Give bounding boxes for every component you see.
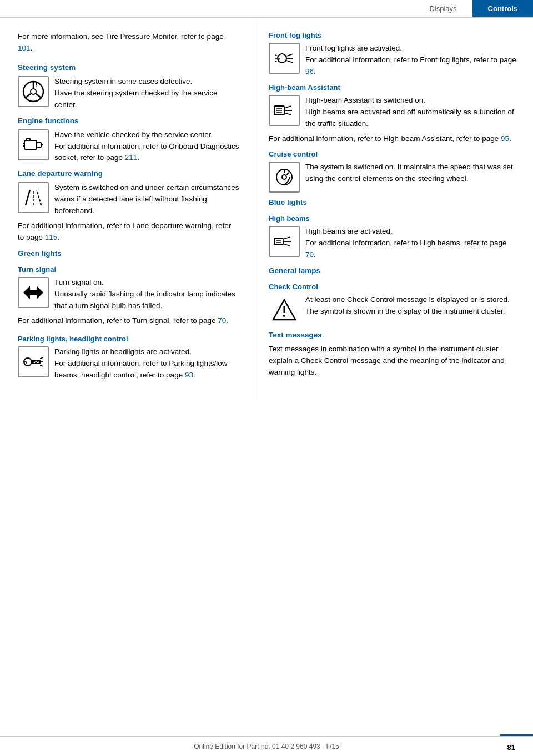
turn-signal-text: Turn signal on. Unusually rapid flashing…	[54, 277, 239, 312]
main-content: For more information, see Tire Pressure …	[0, 18, 533, 400]
parking-lights-icon: D DC	[18, 346, 49, 377]
svg-point-49	[283, 315, 285, 317]
parking-text2: For additional information, refer to Par…	[54, 359, 227, 379]
hb-body1-end: .	[314, 250, 316, 259]
svg-line-42	[283, 237, 290, 239]
svg-marker-15	[23, 286, 43, 299]
svg-text:!: !	[36, 82, 37, 88]
fog-body1-end: .	[314, 67, 316, 75]
hb-body1: For additional information, refer to Hig…	[305, 239, 506, 247]
page-number: 81	[507, 743, 515, 752]
high-beams-text: High beams are activated. For additional…	[305, 226, 517, 261]
high-beam-assistant-text: High-beam Assistant is switched on. High…	[305, 95, 517, 130]
lane-body1-end: .	[57, 233, 59, 241]
svg-line-24	[286, 54, 293, 56]
front-fog-lights-section: Front fog lights Front fog lights are ac…	[269, 31, 517, 78]
check-control-icon	[269, 294, 300, 325]
headlight-control-icon: D DC	[21, 350, 46, 374]
warning-triangle-icon	[272, 298, 296, 322]
high-beams-block: High beams are activated. For additional…	[269, 226, 517, 261]
tab-displays[interactable]: Displays	[414, 0, 472, 17]
parking-lights-heading: Parking lights, headlight control	[18, 335, 239, 343]
parking-lights-block: D DC Parking lights or headlights are ac…	[18, 346, 239, 381]
engine-link[interactable]: 211	[125, 153, 138, 162]
text-messages-section: Text messages Text messages in combinati…	[269, 331, 517, 379]
footer-text: Online Edition for Part no. 01 40 2 960 …	[194, 743, 339, 750]
svg-line-31	[284, 106, 291, 108]
blue-lights-heading: Blue lights	[269, 198, 517, 206]
green-lights-section: Green lights Turn signal Turn signal on.…	[18, 249, 239, 381]
displays-tab-label: Displays	[429, 4, 456, 13]
front-fog-lights-icon	[269, 43, 300, 74]
page-header: Displays Controls	[0, 0, 533, 18]
intro-text: For more information, see Tire Pressure …	[18, 32, 224, 41]
svg-line-26	[286, 61, 293, 63]
lane-departure-body: For additional information, refer to Lan…	[18, 220, 239, 244]
steering-system-block: ! Steering system in some cases defectiv…	[18, 76, 239, 111]
svg-line-40	[286, 173, 289, 175]
steering-wheel-icon: !	[21, 79, 46, 104]
engine-text1: Have the vehicle checked by the service …	[54, 130, 213, 139]
check-control-block: At least one Check Control message is di…	[269, 294, 517, 325]
svg-line-44	[283, 244, 290, 246]
high-beams-icon	[269, 226, 300, 257]
engine-functions-icon	[18, 129, 49, 160]
engine-functions-block: Have the vehicle checked by the service …	[18, 129, 239, 164]
parking-lights-text: Parking lights or headlights are activat…	[54, 346, 239, 381]
fog-link1[interactable]: 96	[305, 67, 314, 75]
parking-link1[interactable]: 93	[185, 371, 193, 379]
cruise-control-text: The system is switched on. It maintains …	[305, 162, 517, 185]
general-lamps-section: General lamps Check Control At least one…	[269, 266, 517, 325]
svg-line-18	[40, 357, 43, 359]
turn-signal-heading: Turn signal	[18, 265, 239, 274]
hb-link1[interactable]: 70	[305, 250, 314, 259]
turn-body1-end: .	[226, 316, 228, 325]
steering-system-icon: !	[18, 76, 49, 107]
svg-line-33	[284, 113, 291, 115]
controls-tab-label: Controls	[488, 4, 517, 13]
high-beam-assistant-icon	[269, 95, 300, 126]
turn-signal-body: For additional information, refer to Tur…	[18, 315, 239, 327]
intro-link[interactable]: 101	[18, 44, 31, 52]
steering-system-heading: Steering system	[18, 63, 239, 72]
blue-lights-section: Blue lights High beams High beams are ac…	[269, 198, 517, 261]
svg-line-20	[40, 365, 43, 366]
turn-text2: Unusually rapid flashing of the indicato…	[54, 290, 235, 310]
lane-departure-block: System is switched on and under certain …	[18, 182, 239, 217]
svg-point-38	[282, 175, 286, 179]
engine-text2: For additional information, refer to Onb…	[54, 142, 239, 162]
cruise-control-section: Cruise control The system is switched on…	[269, 150, 517, 193]
left-column: For more information, see Tire Pressure …	[0, 18, 255, 400]
lane-link1[interactable]: 115	[45, 233, 58, 241]
high-beam-icon	[272, 229, 296, 254]
right-column: Front fog lights Front fog lights are ac…	[255, 18, 533, 400]
high-beam-assistant-block: High-beam Assistant is switched on. High…	[269, 95, 517, 130]
beam-assist-icon	[272, 98, 296, 123]
tab-controls[interactable]: Controls	[472, 0, 533, 17]
front-fog-lights-text: Front fog lights are activated. For addi…	[305, 43, 517, 78]
lane-departure-section: Lane departure warning System is switche…	[18, 169, 239, 244]
hba-body: For additional information, refer to Hig…	[269, 133, 517, 145]
steering-text2: Have the steering system checked by the …	[54, 89, 217, 109]
lane-text1: System is switched on and under certain …	[54, 183, 239, 215]
svg-text:D: D	[24, 360, 27, 365]
turn-link1[interactable]: 70	[218, 316, 226, 325]
fog-light-icon	[272, 46, 296, 70]
general-lamps-heading: General lamps	[269, 266, 517, 275]
hba-body1: For additional information, refer to Hig…	[269, 134, 501, 143]
cruise-icon	[272, 165, 296, 189]
high-beams-heading: High beams	[269, 214, 517, 223]
text-messages-heading: Text messages	[269, 331, 517, 339]
svg-rect-9	[27, 138, 30, 140]
hba-text2: High beams are activated and off automat…	[305, 108, 514, 128]
front-fog-lights-block: Front fog lights are activated. For addi…	[269, 43, 517, 78]
check-control-heading: Check Control	[269, 283, 517, 291]
engine-functions-heading: Engine functions	[18, 117, 239, 125]
hb-text1: High beams are activated.	[305, 227, 393, 235]
svg-line-4	[36, 94, 42, 98]
arrow-double-icon	[21, 280, 46, 305]
high-beam-assistant-section: High-beam Assistant High-beam Assistant …	[269, 83, 517, 145]
hba-link1[interactable]: 95	[501, 134, 509, 143]
svg-point-1	[31, 89, 36, 94]
engine-text-end: .	[137, 153, 139, 162]
